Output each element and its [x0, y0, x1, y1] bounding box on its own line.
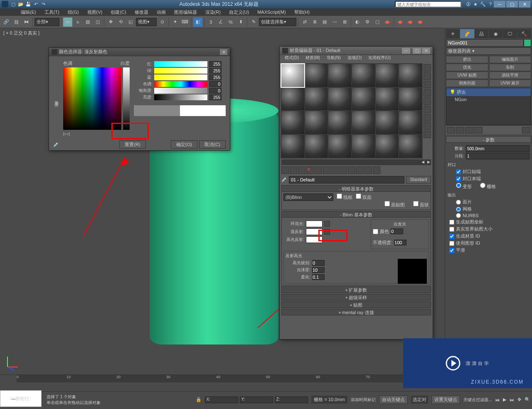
- selection-filter-dropdown[interactable]: 全部 ▾: [34, 18, 59, 26]
- wireframe-checkbox[interactable]: [337, 193, 342, 199]
- eyedropper-icon[interactable]: 💉: [53, 142, 59, 147]
- coord-x[interactable]: X:: [205, 397, 238, 403]
- teapot2-icon[interactable]: 🫖: [406, 17, 415, 27]
- menu-render[interactable]: 渲染(R): [201, 8, 225, 16]
- teapot3-icon[interactable]: 🫖: [416, 17, 425, 27]
- cap-end-checkbox[interactable]: [456, 176, 461, 181]
- two-sided-checkbox[interactable]: [356, 193, 361, 199]
- material-slot[interactable]: [328, 135, 351, 158]
- sample-type-icon[interactable]: [424, 64, 431, 72]
- maximize-button[interactable]: ▢: [506, 1, 518, 7]
- assign-icon[interactable]: [298, 166, 305, 174]
- material-slot[interactable]: [328, 64, 351, 87]
- reset-button[interactable]: 重置(R): [119, 140, 146, 149]
- eyedropper-icon[interactable]: 💉: [281, 177, 287, 182]
- menu-graph[interactable]: 图形编辑器: [170, 8, 201, 16]
- cap-start-checkbox[interactable]: [456, 169, 461, 174]
- info-icon[interactable]: 🛈: [465, 1, 471, 7]
- stack-item-extrude[interactable]: 💡 挤出: [446, 88, 531, 96]
- material-slot[interactable]: [399, 64, 422, 87]
- set-key-button[interactable]: 设置关键点: [431, 395, 460, 404]
- show-result-icon[interactable]: [456, 127, 464, 134]
- close-button[interactable]: ✕: [519, 1, 530, 7]
- tab-modify-icon[interactable]: 🌈: [460, 29, 474, 38]
- make-unique-icon[interactable]: [323, 166, 330, 174]
- options-icon[interactable]: [424, 114, 431, 121]
- pivot-icon[interactable]: ⊙: [158, 17, 167, 27]
- preview-icon[interactable]: [424, 106, 431, 113]
- old-color-swatch[interactable]: [134, 105, 180, 116]
- keyboard-icon[interactable]: ⌨: [180, 17, 190, 27]
- snap-3d-icon[interactable]: 3: [206, 17, 215, 27]
- btn-edit-mesh[interactable]: 编辑面片: [489, 56, 532, 63]
- nav-zoom-icon[interactable]: 🔍: [525, 397, 530, 402]
- material-slot[interactable]: [376, 135, 399, 158]
- ambient-swatch[interactable]: [306, 221, 323, 227]
- material-slot[interactable]: [352, 111, 375, 134]
- menu-maxscript[interactable]: MAXScript(M): [253, 8, 290, 16]
- ok-button[interactable]: 确定(O): [171, 140, 197, 149]
- me-menu-navigation[interactable]: 导航(N): [323, 55, 344, 62]
- nav-pan-icon[interactable]: ✥: [517, 397, 521, 402]
- material-slot[interactable]: [281, 88, 304, 111]
- go-parent-icon[interactable]: [365, 166, 372, 174]
- video-check-icon[interactable]: [424, 97, 431, 105]
- show-end-icon[interactable]: [356, 166, 364, 174]
- make-copy-icon[interactable]: [315, 166, 322, 174]
- show-map-icon[interactable]: [348, 166, 355, 174]
- material-slot[interactable]: [399, 88, 422, 111]
- btn-lathe[interactable]: 车削: [489, 64, 532, 71]
- rollout-extended[interactable]: + 扩展参数: [281, 286, 431, 293]
- select-by-mat-icon[interactable]: [424, 122, 431, 130]
- material-slot[interactable]: [305, 135, 328, 158]
- material-slot[interactable]: [376, 111, 399, 134]
- add-time-tag[interactable]: 添加时间标记: [351, 397, 376, 403]
- rollout-maps[interactable]: + 贴图: [281, 301, 431, 308]
- opacity-input[interactable]: [394, 240, 406, 245]
- select-icon[interactable]: ▭: [63, 17, 72, 27]
- play-next-icon[interactable]: ⏭: [510, 397, 514, 402]
- select-region-icon[interactable]: ▧: [83, 17, 92, 27]
- me-menu-options[interactable]: 选项(O): [344, 55, 365, 62]
- gloss-input[interactable]: [312, 267, 325, 273]
- mirror-icon[interactable]: ⇄: [300, 17, 309, 27]
- material-slot-1[interactable]: [281, 64, 304, 87]
- coord-y[interactable]: Y:: [240, 397, 273, 403]
- percent-snap-icon[interactable]: %: [226, 17, 235, 27]
- patch-radio[interactable]: [456, 200, 461, 205]
- menu-create[interactable]: 创建(C): [106, 8, 130, 16]
- uv-tiling-icon[interactable]: [424, 89, 431, 97]
- btn-turbo[interactable]: 涡轮平滑: [489, 72, 532, 79]
- bind-icon[interactable]: ⧓: [22, 17, 31, 27]
- material-slot[interactable]: [376, 88, 399, 111]
- modifier-list-dropdown[interactable]: 修改器列表 ▾: [446, 47, 531, 55]
- blue-input[interactable]: [209, 74, 222, 80]
- wrench-icon[interactable]: 🔧: [480, 1, 486, 7]
- soften-input[interactable]: [312, 274, 325, 280]
- smooth-checkbox[interactable]: [449, 248, 454, 253]
- hue-input[interactable]: [209, 81, 222, 87]
- material-slot[interactable]: [281, 111, 304, 134]
- configure-icon[interactable]: [522, 127, 530, 134]
- green-input[interactable]: [209, 68, 222, 74]
- faceted-checkbox[interactable]: [413, 201, 419, 206]
- btn-uvw-map[interactable]: UVW 贴图: [446, 72, 488, 79]
- tab-display-icon[interactable]: 🖵: [503, 29, 517, 38]
- btn-uvw-unwrap[interactable]: UVW 展开: [489, 79, 532, 87]
- go-sibling-icon[interactable]: [373, 166, 380, 174]
- btn-extrude[interactable]: 挤出: [446, 56, 488, 63]
- unlink-icon[interactable]: ⛓: [12, 17, 21, 27]
- self-illum-checkbox[interactable]: [373, 229, 378, 234]
- ref-coord-dropdown[interactable]: 视图 ▾: [136, 18, 157, 26]
- make-unique-icon[interactable]: [465, 127, 473, 134]
- face-map-checkbox[interactable]: [384, 201, 390, 206]
- new-color-swatch[interactable]: [180, 105, 226, 116]
- rotate-icon[interactable]: ⟲: [116, 17, 125, 27]
- material-slot[interactable]: [281, 135, 304, 158]
- me-minimize-button[interactable]: ─: [402, 48, 410, 54]
- align-icon[interactable]: ≣: [310, 17, 319, 27]
- menu-group[interactable]: 组(G): [64, 8, 83, 16]
- value-slider[interactable]: [123, 67, 130, 130]
- btn-optimize[interactable]: 优化: [446, 64, 488, 71]
- angle-snap-icon[interactable]: ∠: [216, 17, 225, 27]
